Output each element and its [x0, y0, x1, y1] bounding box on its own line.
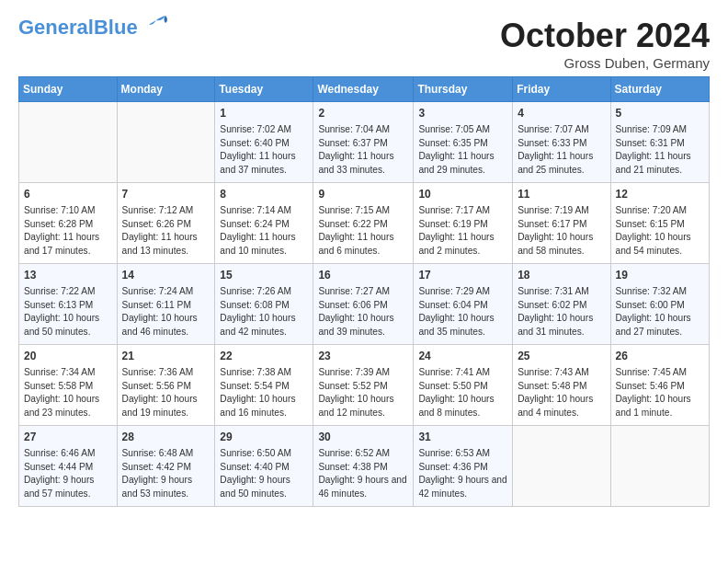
calendar-week-row: 1Sunrise: 7:02 AM Sunset: 6:40 PM Daylig… — [19, 102, 710, 183]
day-info: Sunrise: 7:43 AM Sunset: 5:48 PM Dayligh… — [518, 366, 605, 420]
calendar-cell: 11Sunrise: 7:19 AM Sunset: 6:17 PM Dayli… — [513, 183, 610, 264]
day-info: Sunrise: 7:38 AM Sunset: 5:54 PM Dayligh… — [220, 366, 308, 420]
day-info: Sunrise: 6:48 AM Sunset: 4:42 PM Dayligh… — [122, 447, 210, 501]
month-title: October 2024 — [500, 17, 710, 55]
day-number: 23 — [318, 349, 408, 364]
calendar-cell: 10Sunrise: 7:17 AM Sunset: 6:19 PM Dayli… — [414, 183, 513, 264]
calendar-cell: 17Sunrise: 7:29 AM Sunset: 6:04 PM Dayli… — [414, 264, 513, 345]
day-number: 1 — [220, 106, 308, 121]
calendar-week-row: 6Sunrise: 7:10 AM Sunset: 6:28 PM Daylig… — [19, 183, 710, 264]
logo-text: GeneralBlue — [18, 17, 138, 39]
day-info: Sunrise: 7:32 AM Sunset: 6:00 PM Dayligh… — [616, 285, 704, 339]
calendar-cell: 18Sunrise: 7:31 AM Sunset: 6:02 PM Dayli… — [513, 264, 610, 345]
day-number: 5 — [616, 106, 704, 121]
day-info: Sunrise: 7:02 AM Sunset: 6:40 PM Dayligh… — [220, 123, 308, 178]
calendar-cell — [513, 426, 610, 507]
calendar-cell: 14Sunrise: 7:24 AM Sunset: 6:11 PM Dayli… — [117, 264, 215, 345]
calendar-cell: 24Sunrise: 7:41 AM Sunset: 5:50 PM Dayli… — [414, 345, 513, 426]
day-number: 16 — [318, 268, 408, 283]
day-info: Sunrise: 7:22 AM Sunset: 6:13 PM Dayligh… — [24, 285, 112, 339]
day-number: 17 — [418, 268, 507, 283]
day-number: 19 — [616, 268, 704, 283]
calendar-cell: 4Sunrise: 7:07 AM Sunset: 6:33 PM Daylig… — [513, 102, 610, 183]
day-info: Sunrise: 7:26 AM Sunset: 6:08 PM Dayligh… — [220, 285, 308, 339]
day-number: 14 — [122, 268, 210, 283]
logo-general: General — [18, 16, 94, 39]
calendar-cell: 20Sunrise: 7:34 AM Sunset: 5:58 PM Dayli… — [19, 345, 118, 426]
header-thursday: Thursday — [414, 77, 513, 102]
calendar-week-row: 13Sunrise: 7:22 AM Sunset: 6:13 PM Dayli… — [19, 264, 710, 345]
calendar-body: 1Sunrise: 7:02 AM Sunset: 6:40 PM Daylig… — [19, 102, 710, 507]
calendar-table: Sunday Monday Tuesday Wednesday Thursday… — [18, 76, 710, 507]
header-tuesday: Tuesday — [215, 77, 313, 102]
location-subtitle: Gross Duben, Germany — [500, 55, 710, 71]
calendar-cell: 26Sunrise: 7:45 AM Sunset: 5:46 PM Dayli… — [610, 345, 709, 426]
day-number: 6 — [24, 187, 112, 202]
day-info: Sunrise: 7:19 AM Sunset: 6:17 PM Dayligh… — [518, 204, 605, 259]
day-info: Sunrise: 6:52 AM Sunset: 4:38 PM Dayligh… — [318, 447, 408, 501]
day-number: 10 — [418, 187, 507, 202]
day-number: 30 — [318, 430, 408, 445]
day-info: Sunrise: 7:09 AM Sunset: 6:31 PM Dayligh… — [616, 123, 704, 178]
calendar-cell: 13Sunrise: 7:22 AM Sunset: 6:13 PM Dayli… — [19, 264, 118, 345]
logo-blue: Blue — [94, 16, 138, 39]
calendar-cell: 6Sunrise: 7:10 AM Sunset: 6:28 PM Daylig… — [19, 183, 118, 264]
day-number: 11 — [518, 187, 605, 202]
day-info: Sunrise: 7:04 AM Sunset: 6:37 PM Dayligh… — [318, 123, 408, 178]
day-info: Sunrise: 7:24 AM Sunset: 6:11 PM Dayligh… — [122, 285, 210, 339]
calendar-cell — [19, 102, 118, 183]
day-number: 26 — [616, 349, 704, 364]
day-info: Sunrise: 6:50 AM Sunset: 4:40 PM Dayligh… — [220, 447, 308, 501]
header-sunday: Sunday — [19, 77, 118, 102]
calendar-cell — [117, 102, 215, 183]
day-number: 27 — [24, 430, 112, 445]
day-number: 22 — [220, 349, 308, 364]
calendar-cell: 8Sunrise: 7:14 AM Sunset: 6:24 PM Daylig… — [215, 183, 313, 264]
day-info: Sunrise: 7:15 AM Sunset: 6:22 PM Dayligh… — [318, 204, 408, 259]
day-info: Sunrise: 7:10 AM Sunset: 6:28 PM Dayligh… — [24, 204, 112, 259]
calendar-cell — [610, 426, 709, 507]
calendar-cell: 29Sunrise: 6:50 AM Sunset: 4:40 PM Dayli… — [215, 426, 313, 507]
header-monday: Monday — [117, 77, 215, 102]
day-info: Sunrise: 7:45 AM Sunset: 5:46 PM Dayligh… — [616, 366, 704, 420]
day-number: 24 — [418, 349, 507, 364]
day-number: 25 — [518, 349, 605, 364]
calendar-cell: 19Sunrise: 7:32 AM Sunset: 6:00 PM Dayli… — [610, 264, 709, 345]
title-block: October 2024 Gross Duben, Germany — [500, 17, 710, 71]
calendar-cell: 28Sunrise: 6:48 AM Sunset: 4:42 PM Dayli… — [117, 426, 215, 507]
day-info: Sunrise: 7:41 AM Sunset: 5:50 PM Dayligh… — [418, 366, 507, 420]
weekday-header-row: Sunday Monday Tuesday Wednesday Thursday… — [19, 77, 710, 102]
day-number: 31 — [418, 430, 507, 445]
day-info: Sunrise: 7:14 AM Sunset: 6:24 PM Dayligh… — [220, 204, 308, 259]
calendar-cell: 5Sunrise: 7:09 AM Sunset: 6:31 PM Daylig… — [610, 102, 709, 183]
day-number: 2 — [318, 106, 408, 121]
calendar-cell: 9Sunrise: 7:15 AM Sunset: 6:22 PM Daylig… — [313, 183, 414, 264]
day-number: 18 — [518, 268, 605, 283]
day-number: 29 — [220, 430, 308, 445]
page: GeneralBlue October 2024 Gross Duben, Ge… — [0, 0, 728, 518]
day-info: Sunrise: 7:20 AM Sunset: 6:15 PM Dayligh… — [616, 204, 704, 259]
calendar-header: Sunday Monday Tuesday Wednesday Thursday… — [19, 77, 710, 102]
calendar-cell: 27Sunrise: 6:46 AM Sunset: 4:44 PM Dayli… — [19, 426, 118, 507]
calendar-week-row: 20Sunrise: 7:34 AM Sunset: 5:58 PM Dayli… — [19, 345, 710, 426]
calendar-cell: 22Sunrise: 7:38 AM Sunset: 5:54 PM Dayli… — [215, 345, 313, 426]
day-info: Sunrise: 7:05 AM Sunset: 6:35 PM Dayligh… — [418, 123, 507, 178]
day-info: Sunrise: 7:36 AM Sunset: 5:56 PM Dayligh… — [122, 366, 210, 420]
day-number: 20 — [24, 349, 112, 364]
calendar-cell: 30Sunrise: 6:52 AM Sunset: 4:38 PM Dayli… — [313, 426, 414, 507]
day-info: Sunrise: 7:39 AM Sunset: 5:52 PM Dayligh… — [318, 366, 408, 420]
day-number: 12 — [616, 187, 704, 202]
calendar-cell: 15Sunrise: 7:26 AM Sunset: 6:08 PM Dayli… — [215, 264, 313, 345]
day-info: Sunrise: 7:27 AM Sunset: 6:06 PM Dayligh… — [318, 285, 408, 339]
day-number: 7 — [122, 187, 210, 202]
header-wednesday: Wednesday — [313, 77, 414, 102]
day-number: 9 — [318, 187, 408, 202]
calendar-cell: 23Sunrise: 7:39 AM Sunset: 5:52 PM Dayli… — [313, 345, 414, 426]
day-info: Sunrise: 7:34 AM Sunset: 5:58 PM Dayligh… — [24, 366, 112, 420]
logo-bird-icon — [140, 14, 169, 34]
header-friday: Friday — [513, 77, 610, 102]
calendar-cell: 7Sunrise: 7:12 AM Sunset: 6:26 PM Daylig… — [117, 183, 215, 264]
calendar-week-row: 27Sunrise: 6:46 AM Sunset: 4:44 PM Dayli… — [19, 426, 710, 507]
day-number: 3 — [418, 106, 507, 121]
day-info: Sunrise: 7:12 AM Sunset: 6:26 PM Dayligh… — [122, 204, 210, 259]
